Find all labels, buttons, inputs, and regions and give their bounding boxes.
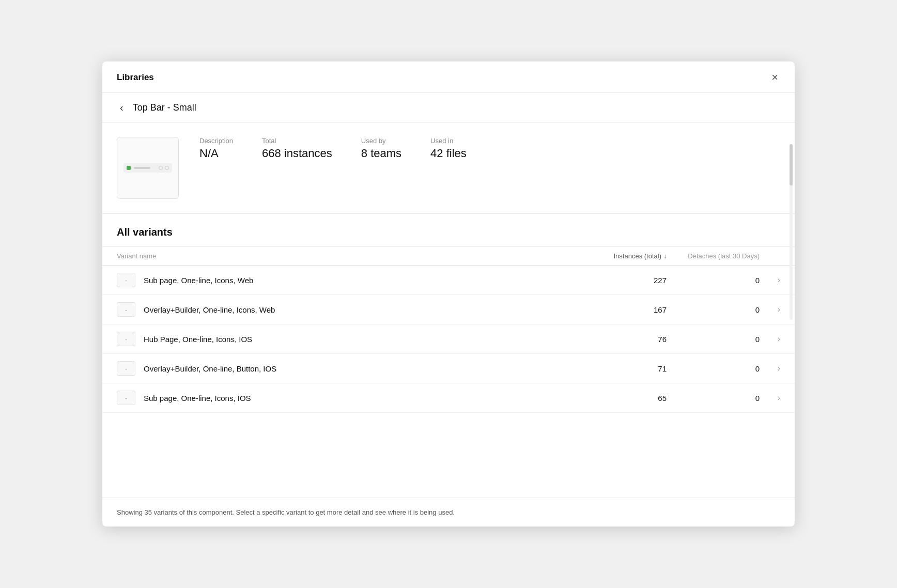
row-detaches: 0 <box>667 364 760 373</box>
scrollbar-thumb[interactable] <box>790 144 793 185</box>
used-by-value: 8 teams <box>361 147 401 160</box>
stat-used-by: Used by 8 teams <box>361 137 401 160</box>
row-chevron-icon: › <box>760 364 780 373</box>
used-in-value: 42 files <box>430 147 467 160</box>
row-detaches: 0 <box>667 394 760 403</box>
used-by-label: Used by <box>361 137 401 145</box>
modal-header: Libraries × <box>102 61 795 93</box>
row-variant-name: Hub Page, One-line, Icons, IOS <box>144 335 563 344</box>
row-instances: 227 <box>563 276 667 285</box>
row-instances: 167 <box>563 305 667 314</box>
col-detaches-header: Detaches (last 30 Days) <box>667 252 780 260</box>
info-section: Description N/A Total 668 instances Used… <box>102 122 795 214</box>
row-thumbnail: - <box>117 273 135 287</box>
footer-note: Showing 35 variants of this component. S… <box>102 498 795 527</box>
row-instances: 71 <box>563 364 667 373</box>
thumbnail-icons <box>159 166 169 170</box>
row-thumb-icon: - <box>125 366 127 372</box>
component-thumbnail <box>117 137 179 199</box>
row-detaches: 0 <box>667 305 760 314</box>
row-thumb-icon: - <box>125 307 127 313</box>
table-row[interactable]: - Sub page, One-line, Icons, IOS 65 0 › <box>102 383 795 413</box>
row-thumbnail: - <box>117 391 135 405</box>
libraries-modal: Libraries × ‹ Top Bar - Small Descr <box>102 61 795 527</box>
back-button[interactable]: ‹ <box>117 101 127 114</box>
page-title: Top Bar - Small <box>133 102 196 113</box>
scrollbar-track[interactable] <box>790 144 793 320</box>
row-thumbnail: - <box>117 302 135 317</box>
table-row[interactable]: - Overlay+Builder, One-line, Button, IOS… <box>102 354 795 383</box>
thumbnail-inner <box>117 137 178 198</box>
row-chevron-icon: › <box>760 334 780 344</box>
description-value: N/A <box>199 147 233 160</box>
description-label: Description <box>199 137 233 145</box>
thumbnail-line <box>134 167 150 169</box>
col-instances-header[interactable]: Instances (total) ↓ <box>563 252 667 260</box>
thumbnail-icon-sm-2 <box>165 166 169 170</box>
thumbnail-bar <box>123 163 172 173</box>
total-label: Total <box>262 137 332 145</box>
close-button[interactable]: × <box>769 71 780 84</box>
variants-section-title: All variants <box>117 226 173 238</box>
modal-title: Libraries <box>117 72 154 83</box>
stats-row: Description N/A Total 668 instances Used… <box>199 137 467 160</box>
col-name-header: Variant name <box>117 252 563 260</box>
row-chevron-icon: › <box>760 305 780 314</box>
row-thumb-icon: - <box>125 336 127 342</box>
variants-table: Variant name Instances (total) ↓ Detache… <box>102 246 795 498</box>
row-thumbnail: - <box>117 332 135 346</box>
row-chevron-icon: › <box>760 393 780 403</box>
row-variant-name: Overlay+Builder, One-line, Icons, Web <box>144 305 563 314</box>
table-row[interactable]: - Hub Page, One-line, Icons, IOS 76 0 › <box>102 324 795 354</box>
footer-note-text: Showing 35 variants of this component. S… <box>117 508 455 516</box>
stat-description: Description N/A <box>199 137 233 160</box>
table-row[interactable]: - Sub page, One-line, Icons, Web 227 0 › <box>102 266 795 295</box>
used-in-label: Used in <box>430 137 467 145</box>
row-chevron-icon: › <box>760 275 780 285</box>
row-instances: 76 <box>563 335 667 344</box>
thumbnail-dot <box>127 166 131 170</box>
stat-total: Total 668 instances <box>262 137 332 160</box>
row-variant-name: Sub page, One-line, Icons, Web <box>144 276 563 285</box>
row-instances: 65 <box>563 394 667 403</box>
variants-section-header: All variants <box>102 214 795 246</box>
row-thumb-icon: - <box>125 277 127 283</box>
nav-bar: ‹ Top Bar - Small <box>102 93 795 122</box>
row-detaches: 0 <box>667 335 760 344</box>
stat-used-in: Used in 42 files <box>430 137 467 160</box>
table-row[interactable]: - Overlay+Builder, One-line, Icons, Web … <box>102 295 795 324</box>
table-header-row: Variant name Instances (total) ↓ Detache… <box>102 246 795 266</box>
row-thumb-icon: - <box>125 395 127 401</box>
row-variant-name: Overlay+Builder, One-line, Button, IOS <box>144 364 563 373</box>
total-value: 668 instances <box>262 147 332 160</box>
thumbnail-icon-sm <box>159 166 163 170</box>
row-thumbnail: - <box>117 361 135 376</box>
row-detaches: 0 <box>667 276 760 285</box>
row-variant-name: Sub page, One-line, Icons, IOS <box>144 394 563 403</box>
